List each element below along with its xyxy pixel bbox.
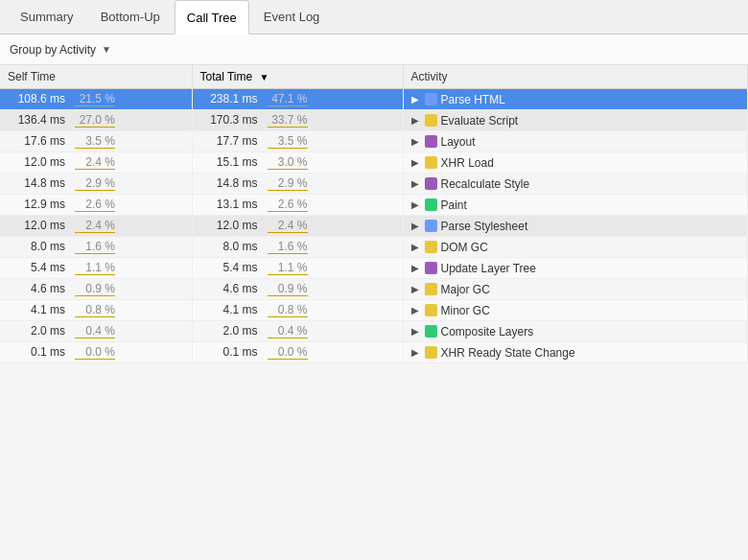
- total-time-cell: 12.0 ms 2.4 %: [192, 216, 403, 237]
- activity-name: DOM GC: [441, 241, 488, 254]
- table-row[interactable]: 0.1 ms 0.0 % 0.1 ms 0.0 % ▶ XHR Ready St…: [0, 342, 748, 363]
- activity-color-icon: [425, 241, 437, 253]
- total-time-cell: 8.0 ms 1.6 %: [192, 237, 403, 258]
- activity-color-icon: [425, 220, 437, 232]
- col-header-activity[interactable]: Activity: [403, 65, 748, 89]
- activity-color-icon: [425, 156, 437, 169]
- expand-arrow-icon[interactable]: ▶: [411, 326, 421, 337]
- activity-color-icon: [425, 304, 437, 316]
- expand-arrow-icon[interactable]: ▶: [411, 94, 421, 105]
- table-row[interactable]: 14.8 ms 2.9 % 14.8 ms 2.9 % ▶ Recalculat…: [0, 174, 748, 195]
- expand-arrow-icon[interactable]: ▶: [411, 221, 421, 231]
- self-time-cell: 12.0 ms 2.4 %: [0, 216, 192, 237]
- activity-cell: ▶ XHR Load: [403, 152, 748, 174]
- activity-color-icon: [425, 346, 437, 359]
- activity-name: Layout: [441, 135, 476, 149]
- expand-arrow-icon[interactable]: ▶: [411, 178, 421, 189]
- expand-arrow-icon[interactable]: ▶: [411, 199, 421, 210]
- self-time-cell: 4.1 ms 0.8 %: [0, 300, 192, 321]
- activity-color-icon: [425, 177, 437, 190]
- table-row[interactable]: 17.6 ms 3.5 % 17.7 ms 3.5 % ▶ Layout: [0, 131, 748, 152]
- activity-cell: ▶ Recalculate Style: [403, 174, 748, 195]
- activity-name: Update Layer Tree: [441, 262, 536, 275]
- activity-cell: ▶ Minor GC: [403, 300, 748, 321]
- total-time-cell: 170.3 ms 33.7 %: [192, 110, 403, 131]
- activity-cell: ▶ Update Layer Tree: [403, 258, 748, 279]
- activity-cell: ▶ Parse Stylesheet: [403, 216, 748, 237]
- activity-color-icon: [425, 114, 437, 127]
- activity-name: XHR Load: [441, 156, 494, 170]
- expand-arrow-icon[interactable]: ▶: [411, 347, 421, 358]
- tab-summary[interactable]: Summary: [8, 0, 86, 35]
- self-time-cell: 2.0 ms 0.4 %: [0, 321, 192, 342]
- table-container: Self Time Total Time ▼ Activity 108.6 ms…: [0, 65, 748, 560]
- performance-table: Self Time Total Time ▼ Activity 108.6 ms…: [0, 65, 748, 363]
- self-time-cell: 14.8 ms 2.9 %: [0, 174, 192, 195]
- self-time-cell: 108.6 ms 21.5 %: [0, 89, 192, 110]
- activity-name: Composite Layers: [441, 325, 534, 338]
- activity-name: Major GC: [441, 283, 490, 296]
- total-time-cell: 17.7 ms 3.5 %: [192, 131, 403, 152]
- self-time-cell: 136.4 ms 27.0 %: [0, 110, 192, 131]
- activity-cell: ▶ Evaluate Script: [403, 110, 748, 131]
- activity-cell: ▶ Composite Layers: [403, 321, 748, 342]
- activity-color-icon: [425, 93, 437, 105]
- table-row[interactable]: 108.6 ms 21.5 % 238.1 ms 47.1 % ▶ Parse …: [0, 89, 748, 110]
- total-time-cell: 0.1 ms 0.0 %: [192, 342, 403, 363]
- table-row[interactable]: 2.0 ms 0.4 % 2.0 ms 0.4 % ▶ Composite La…: [0, 321, 748, 342]
- activity-cell: ▶ DOM GC: [403, 237, 748, 258]
- table-row[interactable]: 5.4 ms 1.1 % 5.4 ms 1.1 % ▶ Update Layer…: [0, 258, 748, 279]
- expand-arrow-icon[interactable]: ▶: [411, 305, 421, 315]
- expand-arrow-icon[interactable]: ▶: [411, 115, 421, 126]
- table-row[interactable]: 136.4 ms 27.0 % 170.3 ms 33.7 % ▶ Evalua…: [0, 110, 748, 131]
- table-row[interactable]: 12.0 ms 2.4 % 12.0 ms 2.4 % ▶ Parse Styl…: [0, 216, 748, 237]
- activity-color-icon: [425, 283, 437, 295]
- total-time-cell: 13.1 ms 2.6 %: [192, 195, 403, 216]
- activity-name: Evaluate Script: [441, 114, 519, 128]
- self-time-cell: 17.6 ms 3.5 %: [0, 131, 192, 152]
- total-time-cell: 4.1 ms 0.8 %: [192, 300, 403, 321]
- activity-name: XHR Ready State Change: [441, 346, 575, 360]
- activity-cell: ▶ Parse HTML: [403, 89, 748, 110]
- tab-bottom-up[interactable]: Bottom-Up: [88, 0, 173, 35]
- tab-event-log[interactable]: Event Log: [251, 0, 333, 35]
- expand-arrow-icon[interactable]: ▶: [411, 242, 421, 252]
- tab-call-tree[interactable]: Call Tree: [175, 0, 249, 35]
- expand-arrow-icon[interactable]: ▶: [411, 263, 421, 273]
- total-time-cell: 15.1 ms 3.0 %: [192, 152, 403, 174]
- total-time-cell: 14.8 ms 2.9 %: [192, 174, 403, 195]
- expand-arrow-icon[interactable]: ▶: [411, 284, 421, 294]
- col-header-total-time[interactable]: Total Time ▼: [192, 65, 403, 89]
- self-time-cell: 4.6 ms 0.9 %: [0, 279, 192, 300]
- table-row[interactable]: 12.0 ms 2.4 % 15.1 ms 3.0 % ▶ XHR Load: [0, 152, 748, 174]
- col-header-self-time[interactable]: Self Time: [0, 65, 192, 89]
- self-time-cell: 8.0 ms 1.6 %: [0, 237, 192, 258]
- self-time-cell: 0.1 ms 0.0 %: [0, 342, 192, 363]
- total-time-cell: 238.1 ms 47.1 %: [192, 89, 403, 110]
- group-by-bar[interactable]: Group by Activity ▼: [0, 35, 748, 65]
- total-time-cell: 2.0 ms 0.4 %: [192, 321, 403, 342]
- activity-color-icon: [425, 262, 437, 274]
- activity-color-icon: [425, 198, 437, 211]
- self-time-cell: 12.9 ms 2.6 %: [0, 195, 192, 216]
- activity-name: Minor GC: [441, 304, 490, 317]
- activity-cell: ▶ Paint: [403, 195, 748, 216]
- group-by-label: Group by Activity: [10, 43, 96, 57]
- expand-arrow-icon[interactable]: ▶: [411, 157, 421, 168]
- activity-name: Paint: [441, 198, 467, 212]
- tab-bar: Summary Bottom-Up Call Tree Event Log: [0, 0, 748, 35]
- activity-color-icon: [425, 325, 437, 338]
- self-time-cell: 5.4 ms 1.1 %: [0, 258, 192, 279]
- total-time-cell: 5.4 ms 1.1 %: [192, 258, 403, 279]
- table-row[interactable]: 4.6 ms 0.9 % 4.6 ms 0.9 % ▶ Major GC: [0, 279, 748, 300]
- table-row[interactable]: 12.9 ms 2.6 % 13.1 ms 2.6 % ▶ Paint: [0, 195, 748, 216]
- table-header-row: Self Time Total Time ▼ Activity: [0, 65, 748, 89]
- table-row[interactable]: 4.1 ms 0.8 % 4.1 ms 0.8 % ▶ Minor GC: [0, 300, 748, 321]
- sort-arrow-icon: ▼: [260, 72, 269, 82]
- activity-cell: ▶ Major GC: [403, 279, 748, 300]
- activity-cell: ▶ XHR Ready State Change: [403, 342, 748, 363]
- expand-arrow-icon[interactable]: ▶: [411, 136, 421, 147]
- table-row[interactable]: 8.0 ms 1.6 % 8.0 ms 1.6 % ▶ DOM GC: [0, 237, 748, 258]
- activity-name: Parse HTML: [441, 93, 505, 106]
- activity-name: Recalculate Style: [441, 177, 530, 191]
